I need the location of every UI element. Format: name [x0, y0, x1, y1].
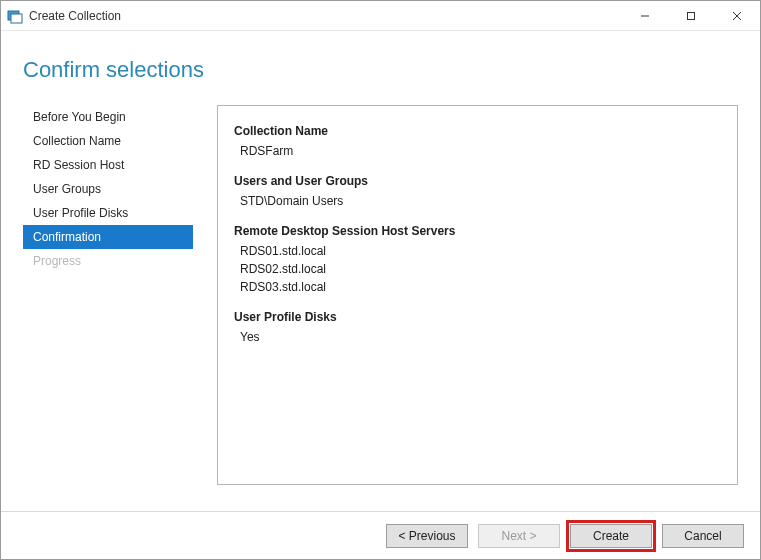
wizard-footer: < Previous Next > Create Cancel [1, 511, 760, 559]
nav-user-profile-disks[interactable]: User Profile Disks [23, 201, 193, 225]
value-profile-disks: Yes [240, 328, 721, 346]
label-collection-name: Collection Name [234, 124, 721, 138]
app-icon [7, 8, 23, 24]
nav-confirmation[interactable]: Confirmation [23, 225, 193, 249]
maximize-button[interactable] [668, 1, 714, 31]
previous-button[interactable]: < Previous [386, 524, 468, 548]
minimize-button[interactable] [622, 1, 668, 31]
wizard-nav: Before You Begin Collection Name RD Sess… [23, 105, 193, 485]
create-button[interactable]: Create [570, 524, 652, 548]
nav-user-groups[interactable]: User Groups [23, 177, 193, 201]
summary-panel: Collection Name RDSFarm Users and User G… [217, 105, 738, 485]
cancel-button[interactable]: Cancel [662, 524, 744, 548]
svg-rect-1 [11, 14, 22, 23]
nav-rd-session-host[interactable]: RD Session Host [23, 153, 193, 177]
close-button[interactable] [714, 1, 760, 31]
window-title: Create Collection [29, 9, 121, 23]
page-title: Confirm selections [23, 57, 738, 83]
nav-before-you-begin[interactable]: Before You Begin [23, 105, 193, 129]
svg-rect-3 [688, 12, 695, 19]
next-button: Next > [478, 524, 560, 548]
value-session-hosts: RDS01.std.local RDS02.std.local RDS03.st… [240, 242, 721, 296]
value-user-groups: STD\Domain Users [240, 192, 721, 210]
label-session-hosts: Remote Desktop Session Host Servers [234, 224, 721, 238]
label-user-groups: Users and User Groups [234, 174, 721, 188]
label-profile-disks: User Profile Disks [234, 310, 721, 324]
value-collection-name: RDSFarm [240, 142, 721, 160]
nav-progress: Progress [23, 249, 193, 273]
title-bar: Create Collection [1, 1, 760, 31]
nav-collection-name[interactable]: Collection Name [23, 129, 193, 153]
